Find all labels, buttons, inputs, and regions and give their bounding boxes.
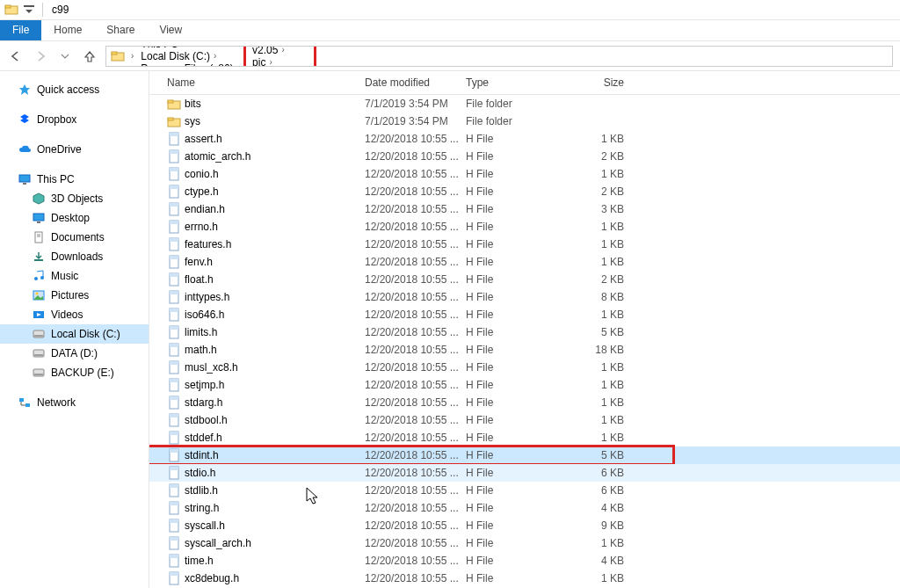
file-row[interactable]: stdbool.h12/20/2018 10:55 ...H File1 KB [149,411,900,429]
nav-child-item[interactable]: DATA (D:) [0,344,149,363]
recent-dropdown-icon[interactable] [56,47,74,65]
file-row[interactable]: string.h12/20/2018 10:55 ...H File4 KB [149,499,900,517]
file-type: H File [466,449,562,461]
breadcrumb-item[interactable]: Local Disk (C:)› [139,50,245,62]
nav-child-item[interactable]: Pictures [0,286,149,305]
file-row[interactable]: conio.h12/20/2018 10:55 ...H File1 KB [149,165,900,183]
nav-child-item[interactable]: Documents [0,228,149,247]
nav-network[interactable]: Network [0,393,149,412]
up-button[interactable] [81,47,98,65]
nav-child-item[interactable]: Music [0,266,149,286]
file-row[interactable]: atomic_arch.h12/20/2018 10:55 ...H File2… [149,148,900,165]
file-row[interactable]: musl_xc8.h12/20/2018 10:55 ...H File1 KB [149,359,900,376]
back-button[interactable] [7,47,25,65]
file-type: H File [466,133,562,145]
file-row[interactable]: stddef.h12/20/2018 10:55 ...H File1 KB [149,429,900,446]
breadcrumb-item[interactable]: Program Files (x86)› [139,62,245,67]
separator [42,3,43,17]
column-header-name[interactable]: Name [167,76,365,89]
nav-onedrive[interactable]: OneDrive [0,140,149,159]
file-row[interactable]: errno.h12/20/2018 10:55 ...H File1 KB [149,218,900,236]
nav-label: Quick access [37,83,99,96]
file-size: 9 KB [562,519,633,532]
svg-rect-65 [170,432,178,435]
nav-this-pc[interactable]: This PC [0,170,149,189]
nav-child-item[interactable]: Local Disk (C:) [0,324,149,344]
breadcrumb-item[interactable]: v2.05› [250,46,309,56]
address-bar[interactable]: › This PC›Local Disk (C:)›Program Files … [105,46,893,67]
file-name: iso646.h [185,309,365,321]
forward-button[interactable] [32,47,49,65]
file-row[interactable]: math.h12/20/2018 10:55 ...H File18 KB [149,341,900,359]
svg-rect-21 [34,354,43,356]
qat-dropdown-icon[interactable] [21,2,37,18]
column-header-size[interactable]: Size [562,76,633,89]
svg-rect-37 [170,185,178,189]
breadcrumb-item[interactable]: pic› [250,56,309,67]
file-type: H File [466,326,562,338]
tab-view[interactable]: View [147,20,194,40]
file-date: 12/20/2018 10:55 ... [365,238,466,250]
nav-dropbox[interactable]: Dropbox [0,110,149,129]
file-row[interactable]: stdarg.h12/20/2018 10:55 ...H File1 KB [149,394,900,411]
file-row[interactable]: assert.h12/20/2018 10:55 ...H File1 KB [149,130,900,148]
file-name: stdio.h [185,467,365,479]
file-icon [167,466,181,480]
file-name: setjmp.h [185,379,365,391]
svg-rect-79 [170,555,178,558]
file-row[interactable]: sys7/1/2019 3:54 PMFile folder [149,113,900,130]
svg-rect-9 [35,232,42,243]
window-title: c99 [52,4,69,16]
svg-rect-7 [33,214,44,221]
file-row[interactable]: stdio.h12/20/2018 10:55 ...H File6 KB [149,464,900,482]
file-row[interactable]: xc8debug.h12/20/2018 10:55 ...H File1 KB [149,570,900,587]
file-list[interactable]: bits7/1/2019 3:54 PMFile foldersys7/1/20… [149,95,900,588]
nav-child-item[interactable]: Downloads [0,247,149,266]
file-row[interactable]: setjmp.h12/20/2018 10:55 ...H File1 KB [149,376,900,394]
file-row[interactable]: inttypes.h12/20/2018 10:55 ...H File8 KB [149,288,900,306]
column-header-date[interactable]: Date modified [365,76,466,89]
column-header-type[interactable]: Type [466,76,562,89]
file-row[interactable]: ctype.h12/20/2018 10:55 ...H File2 KB [149,183,900,200]
file-name: fenv.h [185,256,365,268]
file-icon [167,360,181,374]
file-size: 1 KB [562,572,633,584]
file-row[interactable]: stdlib.h12/20/2018 10:55 ...H File6 KB [149,482,900,499]
svg-rect-67 [170,449,178,453]
content-pane: Name Date modified Type Size bits7/1/201… [149,71,900,588]
breadcrumb-chevron[interactable]: › [126,51,139,61]
file-row[interactable]: fenv.h12/20/2018 10:55 ...H File1 KB [149,253,900,271]
nav-child-item[interactable]: Videos [0,305,149,324]
file-size: 5 KB [562,449,633,461]
file-size: 1 KB [562,396,633,409]
file-name: errno.h [185,221,365,233]
file-type: H File [466,379,562,391]
tab-file[interactable]: File [0,20,41,40]
file-size: 1 KB [562,309,633,321]
file-row[interactable]: iso646.h12/20/2018 10:55 ...H File1 KB [149,306,900,323]
monitor-icon [18,172,32,186]
file-date: 12/20/2018 10:55 ... [365,273,466,286]
file-row[interactable]: stdint.h12/20/2018 10:55 ...H File5 KB [149,446,900,464]
file-row[interactable]: features.h12/20/2018 10:55 ...H File1 KB [149,236,900,253]
file-row[interactable]: float.h12/20/2018 10:55 ...H File2 KB [149,271,900,288]
file-row[interactable]: limits.h12/20/2018 10:55 ...H File5 KB [149,323,900,341]
file-row[interactable]: time.h12/20/2018 10:55 ...H File4 KB [149,552,900,570]
tab-share[interactable]: Share [94,20,147,40]
svg-rect-39 [170,203,178,207]
file-type: H File [466,150,562,163]
file-row[interactable]: syscall.h12/20/2018 10:55 ...H File9 KB [149,517,900,534]
nav-child-item[interactable]: BACKUP (E:) [0,363,149,382]
file-icon [167,255,181,269]
file-row[interactable]: syscall_arch.h12/20/2018 10:55 ...H File… [149,534,900,552]
file-type: H File [466,344,562,356]
tab-home[interactable]: Home [41,20,94,40]
svg-rect-31 [170,133,178,136]
nav-child-item[interactable]: Desktop [0,208,149,228]
file-row[interactable]: endian.h12/20/2018 10:55 ...H File3 KB [149,200,900,218]
file-row[interactable]: bits7/1/2019 3:54 PMFile folder [149,95,900,113]
svg-rect-51 [170,309,178,312]
nav-quick-access[interactable]: Quick access [0,80,149,99]
nav-child-item[interactable]: 3D Objects [0,189,149,208]
file-icon [167,536,181,550]
